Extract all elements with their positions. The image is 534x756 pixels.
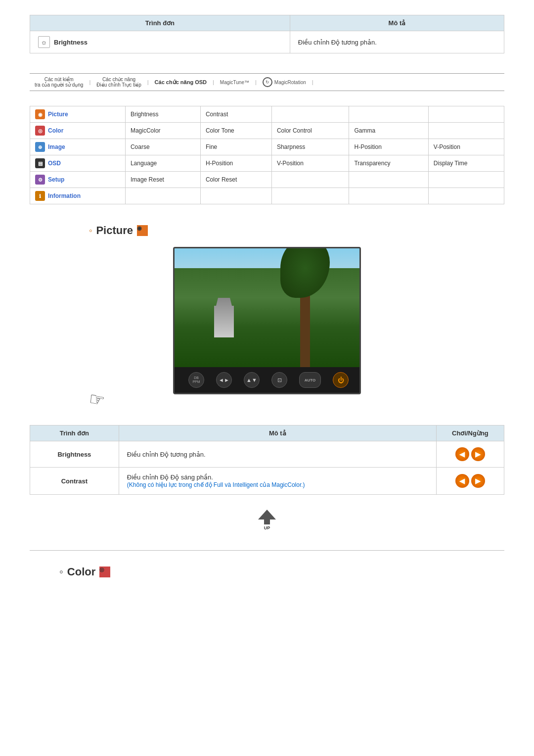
table-row: ◎ Color MagicColor Color Tone Color Cont…: [30, 123, 504, 139]
nav-separator-4: |: [255, 79, 257, 85]
picture-menu-label[interactable]: Picture: [48, 111, 68, 118]
color-bullet-icon: ◦: [59, 566, 63, 578]
brightness-decrease-btn[interactable]: ◀: [455, 447, 469, 461]
ctrl-up-icon: ▲▼: [246, 377, 257, 383]
col-vposition[interactable]: V-Position: [428, 139, 504, 155]
col-language[interactable]: Language: [125, 155, 200, 172]
col-sharpness[interactable]: Sharpness: [271, 139, 349, 155]
monitor-frame: DBPPM ◄► ▲▼ ⊡ AUTO ⏻: [173, 247, 361, 394]
col-colorreset[interactable]: Color Reset: [200, 172, 271, 188]
picture-bullet-icon: ◦: [89, 226, 92, 236]
monitor-controls: DBPPM ◄► ▲▼ ⊡ AUTO ⏻: [175, 367, 361, 393]
color-menu-label[interactable]: Color: [48, 127, 63, 134]
section-divider: [30, 550, 504, 551]
menu-row-image: ⊕ Image: [35, 142, 120, 152]
nav-item-buttons: Các nút kiểm tra của người sử dụng: [35, 77, 83, 88]
picture-section-heading: ◦ Picture ◉: [89, 224, 504, 237]
table-row: Brightness Điều chỉnh Độ tương phản. ◀ ▶: [30, 441, 504, 468]
pagoda: [214, 298, 234, 337]
arrow-up-label: UP: [264, 525, 270, 530]
setup-menu-icon: ⚙: [35, 175, 45, 185]
col-gamma[interactable]: Gamma: [349, 123, 428, 139]
contrast-action-buttons: ◀ ▶: [445, 474, 496, 488]
menu-cell: ☼ Brightness: [30, 31, 290, 53]
tree-trunk: [300, 288, 310, 367]
contrast-note-text: (Không có hiệu lực trong chế độ Full và …: [127, 481, 305, 488]
magictune-label: MagicTune™: [220, 80, 249, 85]
ctrl-btn-up[interactable]: ▲▼: [244, 372, 260, 388]
ctrl-btn-power[interactable]: ⏻: [333, 372, 349, 388]
menu-row-picture: ◉ Picture: [35, 109, 120, 119]
contrast-desc-text: Điều chỉnh Độ Độ sáng phần.: [127, 473, 213, 481]
garden-trees: [175, 268, 359, 367]
ctrl-btn-auto[interactable]: AUTO: [299, 372, 321, 388]
arrow-triangle: [258, 510, 276, 520]
detail-menu-contrast: Contrast: [30, 468, 119, 495]
information-menu-label[interactable]: Information: [48, 192, 81, 199]
col-empty2: [349, 106, 428, 123]
table-row: ◉ Picture Brightness Contrast: [30, 106, 504, 123]
ctrl-auto-label: AUTO: [305, 378, 316, 382]
col-colortone[interactable]: Color Tone: [200, 123, 271, 139]
table-row: Contrast Điều chỉnh Độ Độ sáng phần. (Kh…: [30, 468, 504, 495]
ctrl-btn-left[interactable]: ◄►: [216, 372, 232, 388]
col-coarse[interactable]: Coarse: [125, 139, 200, 155]
monitor-container: DBPPM ◄► ▲▼ ⊡ AUTO ⏻ ☞: [30, 247, 504, 410]
col-imagereset[interactable]: Image Reset: [125, 172, 200, 188]
col-fine[interactable]: Fine: [200, 139, 271, 155]
col-empty9: [200, 188, 271, 204]
contrast-decrease-btn[interactable]: ◀: [455, 474, 469, 488]
col-empty3: [428, 106, 504, 123]
color-heading-icon: ◎: [99, 567, 110, 577]
nav-item-line1: Các nút kiểm: [44, 77, 74, 82]
menu-cell-information: ℹ Information: [30, 188, 126, 204]
nav-separator-5: |: [312, 79, 313, 85]
menu-cell-image: ⊕ Image: [30, 139, 126, 155]
detail-table: Trình đơn Mô tả Chơi/Ngừng Brightness Đi…: [30, 425, 504, 495]
arrow-shaft: [264, 520, 270, 524]
brightness-increase-btn[interactable]: ▶: [471, 447, 485, 461]
up-arrow: UP: [258, 510, 276, 530]
rotation-circle-icon: ↻: [263, 77, 272, 87]
ctrl-btn-enter[interactable]: ⊡: [271, 372, 287, 388]
nav-item-osd: Các chức năng OSD: [155, 79, 207, 86]
col-brightness[interactable]: Brightness: [125, 106, 200, 123]
col-transparency[interactable]: Transparency: [349, 155, 428, 172]
contrast-increase-btn[interactable]: ▶: [471, 474, 485, 488]
menu-row-osd: ▤ OSD: [35, 158, 120, 168]
nav-separator-1: |: [89, 79, 90, 85]
menu-row-color: ◎ Color: [35, 126, 120, 136]
detail-action-brightness: ◀ ▶: [436, 441, 504, 468]
table-row: ☼ Brightness Điều chỉnh Độ tương phản.: [30, 31, 504, 53]
setup-menu-label[interactable]: Setup: [48, 176, 64, 183]
col-contrast[interactable]: Contrast: [200, 106, 271, 123]
color-menu-icon: ◎: [35, 126, 45, 136]
nav-separator-2: |: [147, 79, 149, 85]
magicrotation-label: MagicRotation: [274, 80, 306, 85]
col-hposition[interactable]: H-Position: [349, 139, 428, 155]
image-menu-label[interactable]: Image: [48, 143, 65, 150]
nav-separator-3: |: [213, 79, 214, 85]
table-row: ⚙ Setup Image Reset Color Reset: [30, 172, 504, 188]
col-empty7: [428, 172, 504, 188]
up-arrow-container: UP: [30, 510, 504, 530]
menu-cell-setup: ⚙ Setup: [30, 172, 126, 188]
color-section-heading: ◦ Color ◎: [59, 566, 504, 578]
osd-menu-label[interactable]: OSD: [48, 160, 61, 167]
col-hpos2[interactable]: H-Position: [200, 155, 271, 172]
picture-heading-icon: ◉: [137, 225, 148, 236]
ctrl-menu-label: DBPPM: [192, 376, 200, 383]
brightness-label: Brightness: [54, 39, 88, 46]
col-magiccolor[interactable]: MagicColor: [125, 123, 200, 139]
ctrl-btn-menu[interactable]: DBPPM: [188, 372, 204, 388]
col-displaytime[interactable]: Display Time: [428, 155, 504, 172]
detail-col3-header: Chơi/Ngừng: [436, 425, 504, 441]
col-empty5: [271, 172, 349, 188]
detail-col1-header: Trình đơn: [30, 425, 119, 441]
menu-cell-picture: ◉ Picture: [30, 106, 126, 123]
col-vpos2[interactable]: V-Position: [271, 155, 349, 172]
picture-heading-text: Picture: [96, 224, 133, 237]
col-colorcontrol[interactable]: Color Control: [271, 123, 349, 139]
ctrl-enter-icon: ⊡: [277, 377, 282, 383]
image-menu-icon: ⊕: [35, 142, 45, 152]
